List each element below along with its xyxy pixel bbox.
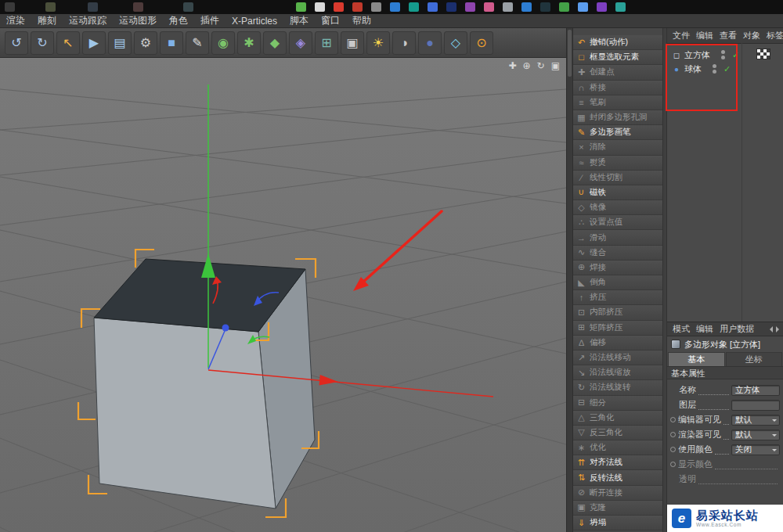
render-view-button[interactable]: ▶: [82, 31, 106, 55]
userdata-menu[interactable]: 用户数据: [716, 323, 757, 335]
command-item[interactable]: ▦ 封闭多边形孔洞: [573, 110, 662, 125]
object-manager-menu-item[interactable]: 查看: [716, 30, 740, 41]
command-item[interactable]: ◣ 倒角: [573, 275, 662, 290]
environment-button[interactable]: ⊞: [315, 31, 338, 55]
back-icon[interactable]: [760, 326, 773, 332]
material-button[interactable]: ●: [418, 31, 442, 55]
attribute-tab[interactable]: 基本: [668, 352, 725, 366]
command-item[interactable]: □ 框显选取元素: [573, 50, 662, 65]
redo-button[interactable]: ↻: [31, 31, 54, 55]
command-item[interactable]: → 滑动: [573, 230, 662, 245]
attr-label: 使用颜色: [678, 444, 713, 455]
edit-menu[interactable]: 编辑: [693, 323, 716, 335]
command-item[interactable]: ⊕ 焊接: [573, 261, 662, 275]
command-item[interactable]: ⇅ 反转法线: [573, 470, 662, 485]
command-item[interactable]: ⊟ 细分: [573, 396, 662, 411]
camera-button[interactable]: ▣: [341, 31, 364, 55]
object-manager-column-divider: [742, 28, 742, 322]
light-button[interactable]: ☀: [366, 31, 390, 55]
layer-field[interactable]: [731, 400, 780, 411]
spline-pen-button[interactable]: ✎: [186, 31, 209, 55]
attr-label: 名称: [679, 384, 696, 396]
scrollbar-thumb[interactable]: [568, 30, 572, 77]
object-manager-menu-item[interactable]: 标签: [763, 30, 783, 41]
command-item[interactable]: ✚ 创建点: [573, 65, 662, 80]
zoom-view-icon[interactable]: ⊕: [523, 60, 531, 71]
render-settings-button[interactable]: ⚙: [134, 31, 157, 55]
viewport-canvas[interactable]: [0, 58, 566, 532]
menu-item[interactable]: 窗口: [315, 14, 346, 27]
command-item[interactable]: ◇ 镜像: [573, 200, 662, 215]
viewport[interactable]: ✚ ⊕ ↻ ▣: [0, 58, 566, 532]
modeling-tools-button[interactable]: ◆: [263, 31, 287, 55]
command-item[interactable]: ▣ 克隆: [573, 501, 662, 516]
object-name-input[interactable]: 立方体: [731, 385, 780, 396]
live-selection-button[interactable]: ↖: [56, 31, 80, 55]
command-item[interactable]: ≡ 笔刷: [573, 95, 662, 110]
magnify-button[interactable]: ⊙: [470, 31, 493, 55]
command-item[interactable]: × 消除: [573, 140, 662, 155]
keyframe-dot[interactable]: [670, 417, 676, 422]
command-item[interactable]: ∪ 磁铁: [573, 185, 662, 200]
forward-icon[interactable]: [776, 326, 783, 332]
render-picture-viewer-button[interactable]: ▤: [108, 31, 132, 55]
command-item[interactable]: ↶ 撤销(动作): [573, 35, 662, 50]
command-item[interactable]: ≈ 熨烫: [573, 156, 662, 171]
command-item[interactable]: ∕ 线性切割: [573, 171, 662, 185]
rotate-view-icon[interactable]: ↻: [537, 60, 545, 71]
command-item[interactable]: ↗ 沿法线移动: [573, 350, 662, 365]
menu-item[interactable]: 插件: [194, 14, 226, 27]
command-item[interactable]: ∴ 设置点值: [573, 215, 662, 230]
xparticles-button[interactable]: ◇: [444, 31, 467, 55]
command-item[interactable]: ∩ 桥接: [573, 81, 662, 95]
display-mode-button[interactable]: ◑: [392, 31, 416, 55]
command-item[interactable]: ⊘ 断开连接: [573, 486, 662, 501]
generators-button[interactable]: ✱: [237, 31, 261, 55]
command-item[interactable]: ⇓ 坍塌: [573, 516, 662, 530]
primitive-cube-button[interactable]: ■: [160, 31, 183, 55]
menu-item[interactable]: X-Particles: [226, 16, 283, 27]
menu-item[interactable]: 运动跟踪: [63, 14, 113, 27]
menu-item[interactable]: 脚本: [283, 14, 315, 27]
menu-item[interactable]: 渲染: [0, 14, 31, 27]
desktop-icon: [315, 2, 325, 12]
pan-view-icon[interactable]: ✚: [508, 60, 516, 71]
command-item[interactable]: ⊞ 矩阵挤压: [573, 321, 662, 336]
deformers-button[interactable]: ◈: [289, 31, 312, 55]
command-item[interactable]: ∗ 优化: [573, 440, 662, 455]
command-item[interactable]: ✎ 多边形画笔: [573, 125, 662, 140]
command-item[interactable]: ⊡ 内部挤压: [573, 305, 662, 320]
object-item[interactable]: ● 球体 ✓: [667, 62, 783, 76]
command-item[interactable]: ∆ 偏移: [573, 336, 662, 350]
command-item[interactable]: △ 三角化: [573, 411, 662, 426]
subdivision-surface-button[interactable]: ◉: [211, 31, 235, 55]
object-manager-menu-item[interactable]: 编辑: [693, 30, 716, 41]
viewport-scrollbar[interactable]: [566, 28, 572, 532]
undo-button[interactable]: ↺: [5, 31, 28, 55]
command-item[interactable]: ∿ 缝合: [573, 246, 662, 261]
attr-label: 渲染器可见: [678, 429, 721, 440]
cube-object[interactable]: [94, 259, 315, 509]
command-icon: →: [576, 233, 587, 243]
command-item[interactable]: ⇈ 对齐法线: [573, 455, 662, 470]
use-color-select[interactable]: 关闭: [731, 444, 780, 455]
visibility-dots[interactable]: [713, 64, 716, 74]
visibility-dots[interactable]: [721, 50, 725, 59]
object-manager-menu-item[interactable]: 文件: [669, 30, 693, 41]
menu-item[interactable]: 运动图形: [113, 14, 163, 27]
command-item[interactable]: ↻ 沿法线旋转: [573, 380, 662, 395]
mode-menu[interactable]: 模式: [669, 323, 693, 335]
menu-item[interactable]: 雕刻: [31, 14, 63, 27]
editor-visibility-select[interactable]: 默认: [731, 415, 780, 426]
command-item[interactable]: ▽ 反三角化: [573, 426, 662, 440]
menu-item[interactable]: 角色: [163, 14, 194, 27]
render-visibility-select[interactable]: 默认: [731, 430, 780, 440]
object-manager-menu-item[interactable]: 对象: [740, 30, 763, 41]
command-item[interactable]: ↘ 沿法线缩放: [573, 365, 662, 380]
toggle-view-icon[interactable]: ▣: [551, 60, 560, 71]
keyframe-dot[interactable]: [670, 447, 676, 452]
command-item[interactable]: ↑ 挤压: [573, 290, 662, 305]
attribute-tab[interactable]: 坐标: [726, 352, 783, 366]
menu-item[interactable]: 帮助: [346, 14, 377, 27]
keyframe-dot[interactable]: [670, 432, 676, 437]
